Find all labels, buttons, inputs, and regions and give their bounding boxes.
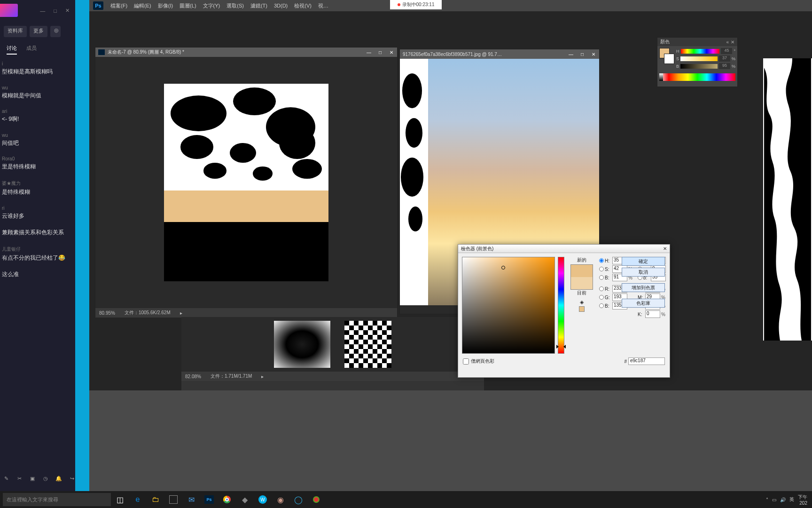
scissors-icon[interactable]: ✂ <box>16 476 23 482</box>
document-window-3[interactable] <box>763 58 812 341</box>
sv-cursor-icon[interactable] <box>501 266 505 270</box>
panel-header[interactable]: 顏色 «✕ <box>657 38 737 46</box>
tray-time[interactable]: 下午 <box>798 494 807 500</box>
chat-message: i型模糊是高斯模糊吗 <box>2 61 72 76</box>
zoom-value[interactable]: 82.08% <box>185 374 201 379</box>
sv-picker-box[interactable] <box>462 257 555 354</box>
forward-icon[interactable]: ↪ <box>69 476 75 482</box>
spectrum-strip[interactable] <box>659 73 735 81</box>
add-swatch-button[interactable]: 增加到色票 <box>622 283 665 292</box>
color-libraries-button[interactable]: 色彩庫 <box>622 299 665 308</box>
tray-network-icon[interactable]: ▭ <box>772 497 776 502</box>
background-swatch[interactable] <box>664 54 674 64</box>
document-window-4: 82.08% 文件：1.71M/1.71M ▸ <box>181 317 484 390</box>
tab-members[interactable]: 成员 <box>26 45 37 55</box>
chat-message-list[interactable]: i型模糊是高斯模糊吗 wu模糊就是中间值 ari<- 9啊! wu间值吧 Ror… <box>0 61 75 278</box>
chrome-icon[interactable] <box>218 491 236 508</box>
store-icon[interactable] <box>164 491 182 508</box>
dialog-titlebar[interactable]: 檢色器 (前景色) ✕ <box>458 245 670 253</box>
tray-volume-icon[interactable]: 🔊 <box>780 497 786 502</box>
radio-bv[interactable] <box>599 275 604 280</box>
zoom-value[interactable]: 80.95% <box>99 310 115 316</box>
document-icon <box>98 49 105 55</box>
k-input[interactable]: 0 <box>645 310 660 318</box>
document-titlebar[interactable]: 9176265ef0a7a38ec6bf3890b571.jpg @ 91.7…… <box>400 49 599 59</box>
edge-icon[interactable]: e <box>129 491 147 508</box>
tray-chevron-up-icon[interactable]: ˄ <box>766 497 768 502</box>
close-icon[interactable]: ✕ <box>663 246 667 251</box>
doc-minimize-button[interactable]: — <box>363 50 375 55</box>
pencil-icon[interactable]: ✎ <box>3 476 9 482</box>
doc-minimize-button[interactable]: — <box>565 52 577 57</box>
current-color-swatch[interactable] <box>571 277 593 289</box>
tray-date[interactable]: 202 <box>799 500 807 506</box>
ok-button[interactable]: 確定 <box>622 257 665 266</box>
close-button[interactable]: ✕ <box>65 8 70 14</box>
cube-icon[interactable]: ◈ <box>567 299 596 305</box>
opera-icon[interactable]: ◯ <box>289 491 307 508</box>
web-colors-checkbox[interactable]: 僅網頁色彩 <box>463 358 494 365</box>
doc-maximize-button[interactable]: □ <box>375 50 386 55</box>
menu-view[interactable]: 檢視(V) <box>291 2 315 9</box>
hue-cursor-icon[interactable] <box>556 345 566 349</box>
panel-collapse-icon[interactable]: « <box>726 40 729 45</box>
chevron-right-icon[interactable]: ▸ <box>261 374 264 379</box>
color-picker-dialog: 檢色器 (前景色) ✕ 新的 目前 <box>458 244 670 378</box>
gear-icon[interactable]: ◎ <box>50 26 61 37</box>
app-icon-2[interactable]: ◉ <box>272 491 289 508</box>
document-canvas[interactable] <box>95 57 397 308</box>
doc-close-button[interactable]: ✕ <box>386 50 397 55</box>
bell-icon[interactable]: 🔔 <box>55 476 62 482</box>
tab-discuss[interactable]: 讨论 <box>7 45 17 55</box>
tray-ime[interactable]: 英 <box>789 496 794 503</box>
chat-message: ari<- 9啊! <box>2 109 72 123</box>
file-size: 文件：1.71M/1.71M <box>211 373 252 380</box>
menu-type[interactable]: 文字(Y) <box>200 2 224 9</box>
chip-more[interactable]: 更多 <box>30 26 47 37</box>
task-view-icon[interactable]: ◫ <box>111 491 129 508</box>
radio-h[interactable] <box>599 258 604 263</box>
photoshop-taskbar-icon[interactable]: Ps <box>200 491 218 508</box>
hex-input[interactable]: e9c187 <box>628 357 665 365</box>
menu-file[interactable]: 檔案(F) <box>107 2 131 9</box>
mini-swatch[interactable] <box>579 306 585 312</box>
menu-edit[interactable]: 編輯(E) <box>131 2 155 9</box>
hue-slider[interactable] <box>681 49 720 54</box>
hue-strip[interactable] <box>558 257 564 354</box>
menu-window[interactable]: 視… <box>315 2 332 9</box>
sat-value[interactable]: 37 <box>719 56 730 62</box>
radio-bc[interactable] <box>599 303 604 308</box>
menu-3d[interactable]: 3D(D) <box>271 3 291 8</box>
menu-filter[interactable]: 濾鏡(T) <box>247 2 271 9</box>
menu-layer[interactable]: 圖層(L) <box>176 2 199 9</box>
chip-library[interactable]: 资料库 <box>4 26 27 37</box>
panel-title: 顏色 <box>660 39 670 45</box>
taskbar-search-input[interactable]: 在這裡輸入文字來搜尋 <box>3 493 111 506</box>
sat-slider[interactable] <box>680 56 718 61</box>
bri-slider[interactable] <box>680 64 718 69</box>
clock-icon[interactable]: ◷ <box>42 476 49 482</box>
radio-g[interactable] <box>599 295 604 300</box>
chevron-right-icon[interactable]: ▸ <box>180 310 182 316</box>
cancel-button[interactable]: 取消 <box>622 268 665 277</box>
image-icon[interactable]: ▣ <box>29 476 36 482</box>
radio-s[interactable] <box>599 267 604 271</box>
maximize-button[interactable]: □ <box>54 8 57 14</box>
radio-r[interactable] <box>599 286 604 291</box>
file-explorer-icon[interactable]: 🗀 <box>147 491 164 508</box>
document-canvas[interactable] <box>181 317 484 372</box>
minimize-button[interactable]: — <box>40 8 45 14</box>
menu-select[interactable]: 選取(S) <box>223 2 247 9</box>
wacom-icon[interactable]: W <box>254 491 272 508</box>
hue-value[interactable]: 45 <box>721 48 732 54</box>
panel-close-icon[interactable]: ✕ <box>731 40 734 45</box>
doc-close-button[interactable]: ✕ <box>588 52 599 57</box>
mail-icon[interactable]: ✉ <box>182 491 200 508</box>
document-titlebar[interactable]: 未命名-7 @ 80.9% (圖層 4, RGB/8) * — □ ✕ <box>95 48 397 57</box>
app-icon[interactable]: ◆ <box>236 491 254 508</box>
color-panel[interactable]: 顏色 «✕ H45° S37% B95% <box>657 37 738 87</box>
bri-value[interactable]: 95 <box>719 63 730 69</box>
record-icon[interactable] <box>307 491 325 508</box>
menu-image[interactable]: 影像(I) <box>155 2 176 9</box>
doc-maximize-button[interactable]: □ <box>577 52 588 57</box>
